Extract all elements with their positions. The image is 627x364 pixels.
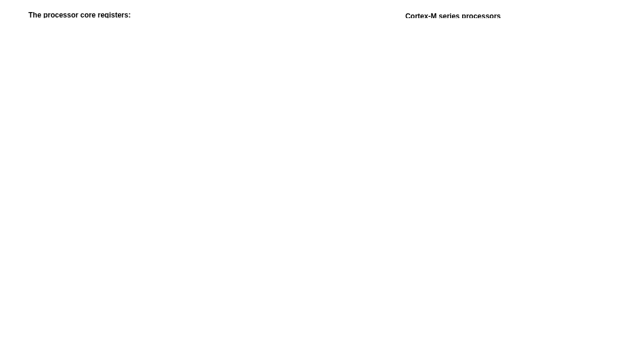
title-right: Cortex-M series processors [332, 12, 574, 18]
title-left: The processor core registers: [28, 11, 130, 18]
